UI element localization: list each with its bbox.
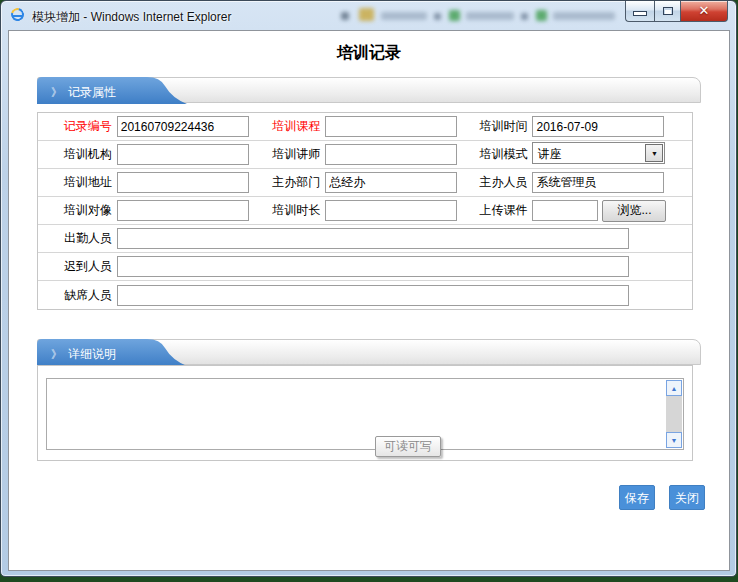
internet-explorer-icon xyxy=(10,7,26,23)
blurred-taskbar-reflection xyxy=(339,5,631,27)
dropdown-arrow-icon[interactable]: ▼ xyxy=(645,144,663,162)
form-row: 出勤人员 xyxy=(38,225,692,253)
lecturer-label: 培训讲师 xyxy=(251,146,325,163)
window-title: 模块增加 - Windows Internet Explorer xyxy=(32,9,231,26)
upload-file-input[interactable] xyxy=(532,200,598,221)
desktop-background: 模块增加 - Windows Internet Explorer ✕ 培训记录 xyxy=(0,0,738,582)
form-row: 缺席人员 xyxy=(38,281,692,309)
mode-select[interactable]: 讲座 ▼ xyxy=(532,142,665,164)
form-row: 迟到人员 xyxy=(38,253,692,281)
form-row: 培训地址 主办部门 主办人员 xyxy=(38,169,692,197)
section-title: 》记录属性 xyxy=(51,84,116,101)
late-input[interactable] xyxy=(117,256,629,277)
course-label: 培训课程 xyxy=(251,118,325,135)
action-bar: 保存 关闭 xyxy=(37,485,705,510)
record-properties-form: 记录编号 培训课程 培训时间 培训机构 培训讲师 培训模式 讲座 xyxy=(37,112,693,310)
page-content: 培训记录 》记录属性 记录编号 培训课程 xyxy=(8,30,730,571)
duration-input[interactable] xyxy=(325,200,457,221)
address-input[interactable] xyxy=(117,172,249,193)
dept-input[interactable] xyxy=(325,172,457,193)
org-input[interactable] xyxy=(117,144,249,165)
absent-label: 缺席人员 xyxy=(38,287,117,304)
duration-label: 培训时长 xyxy=(251,202,325,219)
absent-input[interactable] xyxy=(117,285,629,306)
record-no-input[interactable] xyxy=(117,116,249,137)
form-row: 培训机构 培训讲师 培训模式 讲座 ▼ xyxy=(38,141,692,169)
attendees-input[interactable] xyxy=(117,228,629,249)
org-label: 培训机构 xyxy=(38,146,117,163)
section-header-record-properties: 》记录属性 xyxy=(37,77,701,103)
mode-selected-value: 讲座 xyxy=(537,146,561,163)
ie-dialog-window: 模块增加 - Windows Internet Explorer ✕ 培训记录 xyxy=(0,0,737,577)
target-input[interactable] xyxy=(117,200,249,221)
section-title: 》详细说明 xyxy=(51,346,116,363)
restore-button[interactable] xyxy=(654,1,681,22)
form-row: 记录编号 培训课程 培训时间 xyxy=(38,113,692,141)
restore-icon xyxy=(663,7,673,15)
scroll-down-icon[interactable]: ▼ xyxy=(666,432,682,448)
title-bar[interactable]: 模块增加 - Windows Internet Explorer ✕ xyxy=(1,1,736,30)
dept-label: 主办部门 xyxy=(251,174,325,191)
page-title: 培训记录 xyxy=(9,43,729,64)
close-window-button[interactable]: ✕ xyxy=(681,1,728,22)
lecturer-input[interactable] xyxy=(325,144,457,165)
close-button[interactable]: 关闭 xyxy=(669,485,705,510)
train-time-label: 培训时间 xyxy=(460,118,533,135)
close-icon: ✕ xyxy=(681,3,727,18)
detail-description-panel: ▲ ▼ 可读可写 xyxy=(37,365,693,461)
target-label: 培训对像 xyxy=(38,202,117,219)
editor-mode-badge: 可读可写 xyxy=(375,436,441,457)
host-input[interactable] xyxy=(532,172,664,193)
record-no-label: 记录编号 xyxy=(38,118,117,135)
form-row: 培训对像 培训时长 上传课件 浏览... xyxy=(38,197,692,225)
address-label: 培训地址 xyxy=(38,174,117,191)
description-editor[interactable]: ▲ ▼ xyxy=(46,378,684,450)
editor-scrollbar[interactable]: ▲ ▼ xyxy=(666,380,682,448)
mode-label: 培训模式 xyxy=(460,146,533,163)
chevron-marker-icon: 》 xyxy=(51,348,62,360)
late-label: 迟到人员 xyxy=(38,258,117,275)
save-button[interactable]: 保存 xyxy=(619,485,655,510)
window-controls: ✕ xyxy=(625,1,728,22)
host-label: 主办人员 xyxy=(460,174,533,191)
upload-label: 上传课件 xyxy=(460,202,533,219)
course-input[interactable] xyxy=(325,116,457,137)
scroll-up-icon[interactable]: ▲ xyxy=(666,380,682,396)
section-header-detail-description: 》详细说明 xyxy=(37,339,701,365)
minimize-icon xyxy=(634,12,646,15)
train-time-input[interactable] xyxy=(532,116,664,137)
attendees-label: 出勤人员 xyxy=(38,230,117,247)
minimize-button[interactable] xyxy=(625,1,654,22)
browse-button[interactable]: 浏览... xyxy=(602,200,666,222)
chevron-marker-icon: 》 xyxy=(51,86,62,98)
